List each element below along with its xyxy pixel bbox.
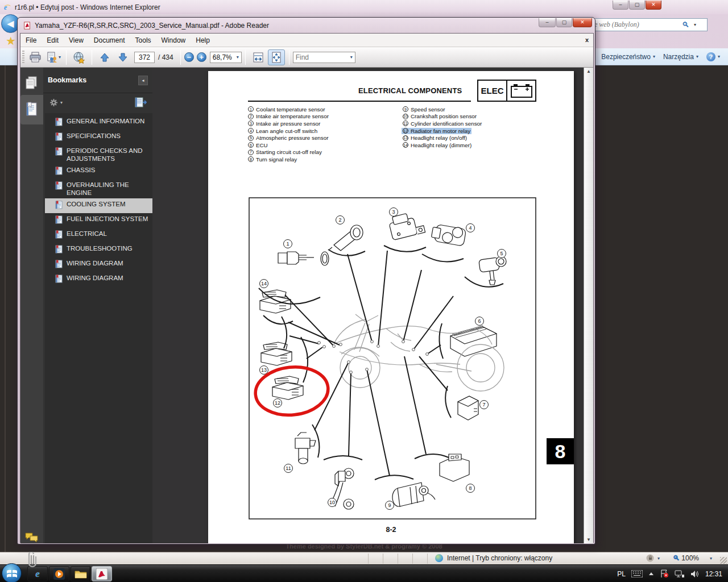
menu-item[interactable]: Help <box>191 34 215 47</box>
clock[interactable]: 12:31 <box>705 570 722 578</box>
bookmark-page-icon <box>55 118 63 128</box>
action-center-flag-icon[interactable] <box>660 569 669 578</box>
adobe-reader-window: Yamaha_YZF-R6(R,SR,RC,SRC)_2003_Service_… <box>17 17 595 544</box>
item-number-badge: 2 <box>248 114 254 119</box>
bookmark-item[interactable]: TROUBLESHOOTING <box>45 243 152 257</box>
find-input[interactable] <box>296 53 341 61</box>
protected-mode-icon[interactable] <box>646 554 655 564</box>
bookmark-item[interactable]: WIRING DIAGRAM <box>45 272 152 287</box>
component-item: 11 Cylinder identification sensor <box>402 120 483 127</box>
component-item: 2 Intake air temperature sensor <box>247 113 330 120</box>
bookmark-item[interactable]: SPECIFICATIONS <box>45 130 152 145</box>
ie-window-title: r1r6.pl • Edytuj post - Windows Internet… <box>15 3 160 11</box>
page-number-input[interactable] <box>134 52 155 63</box>
collaborate-button[interactable] <box>71 49 88 65</box>
ie-zoom-control[interactable]: 🔍︎ 100% <box>673 554 699 562</box>
menu-item[interactable]: Tools <box>130 34 156 47</box>
taskbar-explorer-button[interactable] <box>71 566 91 581</box>
volume-icon[interactable] <box>690 570 700 578</box>
document-scrollbar[interactable]: ▲ ▼ <box>584 68 593 543</box>
tools-menu[interactable]: Narzędzia ▾ <box>663 53 698 61</box>
menu-item[interactable]: Document <box>89 34 130 47</box>
bookmark-item[interactable]: CHASSIS <box>45 164 152 179</box>
taskbar-media-player-button[interactable] <box>49 566 69 581</box>
ie-minimize-button[interactable]: – <box>613 1 628 10</box>
adobe-close-button[interactable]: ✕ <box>573 18 592 27</box>
security-menu[interactable]: Bezpieczeństwo ▾ <box>601 53 655 61</box>
document-pane[interactable]: ELECTRICAL COMPONENTS ELEC <box>152 68 585 543</box>
component-list-left: 1 Coolant temperature sensor 2 Intake ai… <box>247 106 330 163</box>
show-hidden-icons[interactable] <box>648 572 654 576</box>
svg-text:13: 13 <box>261 367 267 373</box>
adobe-minimize-button[interactable]: – <box>539 18 556 27</box>
chevron-down-icon: ▾ <box>60 100 63 105</box>
bookmark-page-icon <box>55 215 63 226</box>
component-item: 12 Radiator fan motor relay <box>402 127 483 135</box>
toolbar-grip <box>22 51 24 64</box>
bookmark-item[interactable]: WIRING DIAGRAM <box>45 257 152 272</box>
pdf-page-number: 8-2 <box>208 526 574 534</box>
taskbar-adobe-reader-button[interactable] <box>92 566 112 581</box>
chevron-down-icon[interactable]: ▾ <box>657 556 660 561</box>
battery-icon <box>510 83 533 99</box>
fit-page-button[interactable] <box>268 49 285 65</box>
status-zone-text: Internet | Tryb chroniony: włączony <box>447 554 552 562</box>
print-button[interactable] <box>27 49 44 65</box>
scroll-up-arrow[interactable]: ▲ <box>586 69 591 74</box>
item-number-badge: 7 <box>248 149 254 155</box>
help-menu[interactable]: ? ▾ <box>706 52 720 61</box>
component-item: 4 Lean angle cut-off switch <box>247 127 330 135</box>
scroll-down-arrow[interactable]: ▼ <box>586 537 591 542</box>
menu-item[interactable]: View <box>64 34 89 47</box>
start-button[interactable] <box>2 563 22 582</box>
zoom-out-button[interactable]: − <box>184 52 194 62</box>
item-number-badge: 8 <box>248 156 254 162</box>
bookmark-item[interactable]: PERIODIC CHECKS AND ADJUSTMENTS <box>45 145 152 164</box>
expand-current-bookmark-button[interactable] <box>134 97 147 108</box>
taskbar: e PL <box>0 564 728 582</box>
next-page-button[interactable] <box>114 49 131 65</box>
adobe-restore-button[interactable]: ▢ <box>556 18 572 27</box>
windows-flag-icon <box>6 568 18 579</box>
language-indicator[interactable]: PL <box>617 570 626 578</box>
previous-page-button[interactable] <box>96 49 113 65</box>
bookmark-item[interactable]: COOLING SYSTEM <box>45 198 152 213</box>
bookmark-page-icon <box>55 245 63 256</box>
menu-item[interactable]: File <box>20 34 42 47</box>
chevron-down-icon: ▾ <box>350 55 353 60</box>
chevron-down-icon: ▾ <box>653 54 655 59</box>
bookmark-item[interactable]: OVERHAULING THE ENGINE <box>45 179 152 198</box>
fit-width-button[interactable] <box>250 49 267 65</box>
chevron-down-icon[interactable]: ▾ <box>710 556 712 561</box>
bookmark-item[interactable]: FUEL INJECTION SYSTEM <box>45 213 152 228</box>
search-icon[interactable]: 🔍︎ <box>682 20 689 29</box>
menu-item[interactable]: Window <box>156 34 191 47</box>
zoom-icon: 🔍︎ <box>673 554 680 562</box>
menubar-close-icon[interactable]: x <box>585 36 589 43</box>
bookmarks-list: GENERAL INFORMATION SPECIFICATION <box>45 113 152 543</box>
bookmarks-panel-tab[interactable] <box>20 95 43 124</box>
menu-item[interactable]: Edit <box>42 34 64 47</box>
component-list-right: 9 Speed sensor 10 Crankshaft position se… <box>402 106 483 149</box>
attachments-panel-tab[interactable] <box>20 551 43 580</box>
bookmark-item[interactable]: GENERAL INFORMATION <box>45 115 152 130</box>
find-box[interactable]: ▾ <box>293 52 355 63</box>
ie-search-input[interactable] <box>592 20 677 29</box>
ie-maximize-button[interactable]: ▢ <box>629 1 645 10</box>
zoom-level-select[interactable]: 68,7% ▾ <box>210 52 242 63</box>
item-number-badge: 11 <box>403 120 408 126</box>
network-icon[interactable] <box>675 570 685 578</box>
share-document-button[interactable]: ▾ <box>45 49 62 65</box>
svg-text:1: 1 <box>286 241 289 247</box>
arrow-up-icon <box>100 52 110 63</box>
zoom-in-button[interactable]: + <box>197 52 206 62</box>
bookmark-item[interactable]: ELECTRICAL <box>45 228 152 243</box>
bookmark-options-button[interactable]: ▾ <box>49 98 63 107</box>
comments-icon <box>24 531 39 544</box>
ie-search-box[interactable]: 🔍︎ ▾ <box>592 18 708 31</box>
keyboard-icon[interactable] <box>631 570 643 577</box>
ie-close-button[interactable]: ✕ <box>646 1 661 10</box>
search-dropdown-icon[interactable]: ▾ <box>694 22 696 27</box>
bookmarks-panel: Bookmarks ◂ ▾ <box>43 68 152 543</box>
collapse-panel-button[interactable]: ◂ <box>138 76 148 85</box>
